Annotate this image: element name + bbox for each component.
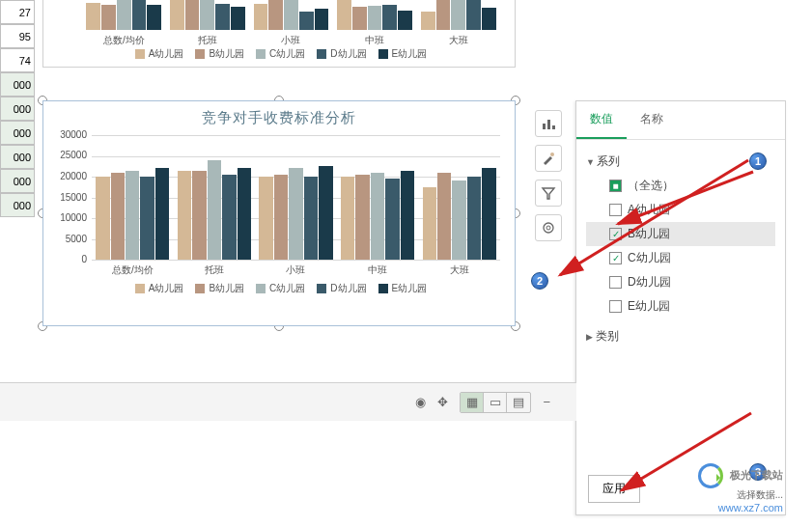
cell[interactable]: 000 <box>0 121 35 145</box>
cell[interactable]: 000 <box>0 145 35 169</box>
watermark-sub: 选择数据... <box>737 489 783 500</box>
row-headers: 27 95 74 000 000 000 000 000 000 <box>0 0 35 217</box>
eye-icon[interactable]: ◉ <box>415 395 426 409</box>
checkbox-label: B幼儿园 <box>628 226 670 242</box>
tab-names[interactable]: 名称 <box>627 101 677 139</box>
chart-plot-area: 050001000015000200002500030000总数/均价托班小班中… <box>92 135 500 261</box>
filter-icon[interactable] <box>535 180 562 207</box>
view-read-icon[interactable]: ▤ <box>507 393 530 412</box>
bar <box>319 166 332 260</box>
cell[interactable]: 000 <box>0 97 35 121</box>
bar <box>304 177 318 260</box>
bar <box>482 168 495 260</box>
checkbox-icon: ■ <box>609 180 622 192</box>
bar <box>423 187 436 260</box>
svg-rect-1 <box>547 120 550 129</box>
svg-point-4 <box>544 223 553 233</box>
panel-tabs: 数值 名称 <box>576 101 785 140</box>
bar <box>178 171 191 260</box>
tab-values[interactable]: 数值 <box>576 101 627 139</box>
watermark-brand: 极光下载站 <box>730 469 783 481</box>
bar <box>452 180 465 260</box>
bar <box>222 175 236 260</box>
checkbox-label: E幼儿园 <box>628 298 670 315</box>
checkbox-label: C幼儿园 <box>628 250 671 266</box>
checkbox-label: D幼儿园 <box>628 274 671 291</box>
checkbox-icon <box>609 204 622 216</box>
series-header[interactable]: 系列 <box>586 150 775 174</box>
checkbox-E幼儿园[interactable]: E幼儿园 <box>586 294 775 319</box>
chart-type-icon[interactable] <box>535 110 562 137</box>
checkbox-label: A幼儿园 <box>628 202 670 218</box>
checkbox-label: （全选） <box>628 178 674 194</box>
watermark: 极光下载站 选择数据... www.xz7.com <box>698 463 783 513</box>
bar <box>355 175 369 260</box>
apply-button[interactable]: 应用 <box>588 475 640 503</box>
svg-rect-0 <box>543 124 546 129</box>
zoom-out-button[interactable]: − <box>543 395 550 409</box>
bar <box>401 171 414 260</box>
bar <box>140 177 154 260</box>
chart-top-partial[interactable]: 总数/均价托班小班中班大班 A幼儿园B幼儿园C幼儿园D幼儿园E幼儿园 <box>42 0 516 68</box>
svg-rect-2 <box>552 125 555 129</box>
brush-icon[interactable] <box>535 145 562 172</box>
checkbox-icon: ✓ <box>609 228 622 240</box>
bar <box>238 168 251 260</box>
annotation-badge-1: 1 <box>749 153 767 170</box>
cell[interactable]: 000 <box>0 169 35 193</box>
bar <box>341 177 354 260</box>
bar <box>371 173 384 260</box>
bar <box>96 177 109 260</box>
checkbox-A幼儿园[interactable]: A幼儿园 <box>586 198 775 222</box>
cell[interactable]: 000 <box>0 72 35 97</box>
bar <box>126 171 139 260</box>
checkbox-icon <box>609 276 622 289</box>
bar <box>467 177 481 260</box>
svg-point-3 <box>550 153 554 156</box>
watermark-url: www.xz7.com <box>718 502 783 513</box>
bar <box>437 173 451 260</box>
checkbox-D幼儿园[interactable]: D幼儿园 <box>586 270 775 294</box>
chart-selection-frame[interactable]: 竞争对手收费标准分析 05000100001500020000250003000… <box>42 100 516 326</box>
cell[interactable]: 000 <box>0 193 35 217</box>
bar <box>289 168 302 260</box>
cell[interactable]: 95 <box>0 24 35 48</box>
bar <box>155 168 169 260</box>
move-icon[interactable]: ✥ <box>437 395 448 409</box>
chart-main[interactable]: 竞争对手收费标准分析 05000100001500020000250003000… <box>42 100 516 326</box>
checkbox-C幼儿园[interactable]: ✓C幼儿园 <box>586 246 775 270</box>
bar <box>274 175 288 260</box>
checkbox-select-all[interactable]: ■ （全选） <box>586 174 775 198</box>
view-grid-icon[interactable]: ▦ <box>461 393 484 412</box>
watermark-logo-icon <box>698 463 723 488</box>
bar <box>259 177 272 260</box>
settings-icon[interactable] <box>535 214 562 241</box>
chart-title: 竞争对手收费标准分析 <box>43 101 515 135</box>
checkbox-B幼儿园[interactable]: ✓B幼儿园 <box>586 222 775 246</box>
bar <box>385 179 399 260</box>
bar <box>111 173 125 260</box>
chart-tools <box>535 110 564 249</box>
annotation-badge-2: 2 <box>531 272 548 290</box>
view-mode-segment: ▦ ▭ ▤ <box>460 392 531 413</box>
bar <box>208 160 221 260</box>
checkbox-icon: ✓ <box>609 252 622 264</box>
bar <box>192 171 206 260</box>
status-bar: ◉ ✥ ▦ ▭ ▤ − <box>0 382 576 421</box>
category-header[interactable]: 类别 <box>586 324 775 348</box>
svg-point-5 <box>546 226 550 230</box>
cell[interactable]: 27 <box>0 0 35 24</box>
checkbox-icon <box>609 300 622 313</box>
cell[interactable]: 74 <box>0 48 35 72</box>
series-tree: 系列 ■ （全选） A幼儿园✓B幼儿园✓C幼儿园D幼儿园E幼儿园 类别 <box>576 140 785 358</box>
view-page-icon[interactable]: ▭ <box>484 393 507 412</box>
